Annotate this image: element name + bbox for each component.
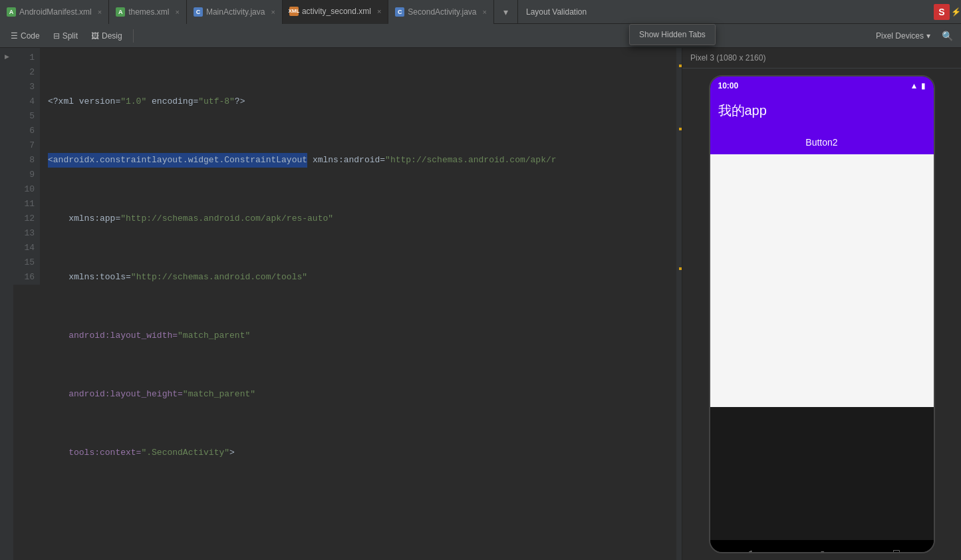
battery-icon: ▮: [921, 81, 926, 90]
themes-xml-icon: A: [116, 7, 125, 17]
code-icon: ☰: [11, 31, 18, 41]
code-line-2: C <androidx.constraintlayout.widget.Cons…: [48, 153, 682, 168]
code-line-3: xmlns:app="http://schemas.android.com/ap…: [48, 211, 682, 226]
layout-validation-tab[interactable]: Layout Validation: [518, 0, 934, 24]
second-activity-java-icon: C: [395, 7, 404, 17]
tab-themes-xml[interactable]: A themes.xml ×: [109, 0, 187, 24]
layout-validation-label: Layout Validation: [526, 7, 587, 17]
split-icon: ⊟: [53, 31, 60, 41]
tab-activity-second-xml[interactable]: XML activity_second.xml ×: [283, 0, 388, 24]
android-manifest-icon: A: [7, 7, 16, 17]
tab-overflow-icon: ▾: [503, 7, 508, 17]
code-line-4: xmlns:tools="http://schemas.android.com/…: [48, 270, 682, 285]
right-panel: Pixel 3 (1080 x 2160) 10:00 ▲ ▮ 我的app Bu…: [682, 48, 961, 560]
tab-second-activity-java-label: SecondActivity.java: [408, 7, 476, 17]
code-line-1: <?xml version="1.0" encoding="utf-8"?>: [48, 94, 682, 109]
tab-main-activity-label: MainActivity.java: [206, 7, 265, 17]
split-button[interactable]: ⊟ Split: [48, 27, 83, 45]
device-icons: ▲ ▮: [910, 81, 926, 90]
design-icon: 🖼: [91, 31, 99, 41]
gutter-item: ▶: [3, 53, 10, 60]
tab-android-manifest[interactable]: A AndroidManifest.xml ×: [0, 0, 109, 24]
device-name: Pixel 3 (1080 x 2160): [690, 53, 765, 63]
tab-main-activity-close[interactable]: ×: [271, 8, 275, 16]
logo-extra: ⚡: [951, 7, 961, 17]
code-editor[interactable]: 1 2 3 4 5 6 7 8 9 10 11 12 13 14 15 16 <…: [13, 48, 682, 560]
pixel-devices-button[interactable]: Pixel Devices ▾: [871, 27, 936, 45]
device-frame: 10:00 ▲ ▮ 我的app Button2 ◁ ○ □: [709, 75, 935, 553]
tab-second-activity-java-close[interactable]: ×: [483, 8, 487, 16]
tab-themes-xml-label: themes.xml: [128, 7, 169, 17]
wifi-icon: ▲: [910, 81, 918, 90]
main-area: ▶ 1 2 3 4 5 6 7 8 9 10 11 12 13 14 15 16…: [0, 48, 961, 560]
device-button2-label: Button2: [805, 137, 837, 148]
tab-android-manifest-label: AndroidManifest.xml: [19, 7, 92, 17]
line-numbers: 1 2 3 4 5 6 7 8 9 10 11 12 13 14 15 16: [13, 48, 40, 285]
tab-android-manifest-close[interactable]: ×: [98, 8, 102, 16]
pixel-devices-label: Pixel Devices: [876, 31, 924, 41]
tab-activity-second-xml-label: activity_second.xml: [302, 7, 371, 16]
device-status-bar: 10:00 ▲ ▮: [710, 76, 934, 95]
nav-back-button[interactable]: ◁: [744, 547, 752, 554]
logo-area: S ⚡: [934, 4, 961, 20]
show-hidden-tabs-label: Show Hidden Tabs: [639, 30, 706, 39]
search-icon: 🔍: [942, 31, 953, 41]
activity-second-xml-icon: XML: [289, 7, 299, 16]
device-button2[interactable]: Button2: [710, 130, 934, 154]
device-nav-bar: ◁ ○ □: [710, 540, 934, 553]
design-label: Desig: [102, 31, 122, 41]
scroll-marker-3: [679, 267, 682, 270]
logo-s: S: [934, 4, 950, 20]
split-label: Split: [63, 31, 78, 41]
tab-activity-second-xml-close[interactable]: ×: [377, 7, 381, 15]
app-title: 我的app: [718, 102, 926, 120]
code-label: Code: [21, 31, 40, 41]
tab-second-activity-java[interactable]: C SecondActivity.java ×: [388, 0, 494, 24]
device-action-bar: 我的app: [710, 95, 934, 130]
main-activity-icon: C: [194, 7, 203, 17]
device-time: 10:00: [718, 81, 739, 90]
show-hidden-tabs-popup[interactable]: Show Hidden Tabs: [629, 24, 716, 45]
scrollbar[interactable]: [676, 48, 682, 560]
left-gutter: ▶: [0, 48, 13, 560]
search-icon-button[interactable]: 🔍: [938, 27, 956, 45]
device-content: [710, 154, 934, 407]
tab-bar: A AndroidManifest.xml × A themes.xml × C…: [0, 0, 961, 24]
code-button[interactable]: ☰ Code: [5, 27, 45, 45]
design-button[interactable]: 🖼 Desig: [86, 27, 128, 45]
toolbar: ☰ Code ⊟ Split 🖼 Desig Pixel Devices ▾ 🔍: [0, 24, 961, 48]
nav-home-button[interactable]: ○: [819, 547, 826, 553]
code-line-6: android:layout_height="match_parent": [48, 387, 682, 402]
code-line-5: android:layout_width="match_parent": [48, 329, 682, 343]
nav-recents-button[interactable]: □: [893, 547, 900, 553]
tab-main-activity[interactable]: C MainActivity.java ×: [187, 0, 283, 24]
tab-themes-xml-close[interactable]: ×: [176, 8, 180, 16]
scroll-marker-2: [679, 128, 682, 130]
tab-overflow-button[interactable]: ▾: [494, 0, 518, 24]
toolbar-separator: [133, 29, 134, 43]
code-content: <?xml version="1.0" encoding="utf-8"?> C…: [40, 48, 682, 560]
scroll-marker-1: [679, 65, 682, 67]
code-line-8: [48, 504, 682, 519]
device-preview-header: Pixel 3 (1080 x 2160): [682, 48, 961, 69]
pixel-devices-chevron-icon: ▾: [926, 31, 930, 41]
code-line-7: tools:context=".SecondActivity">: [48, 446, 682, 460]
